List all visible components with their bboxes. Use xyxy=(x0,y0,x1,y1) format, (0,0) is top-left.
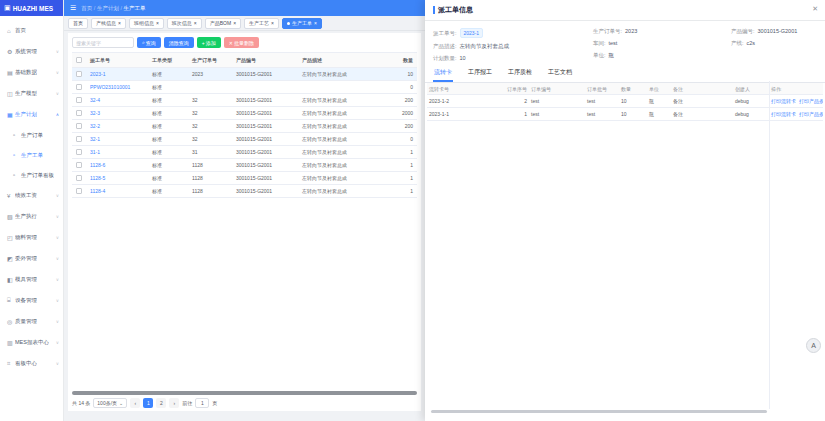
close-tab-icon[interactable]: × xyxy=(233,21,236,26)
sidebar-subitem-production-order[interactable]: ▫生产订单 xyxy=(0,125,63,145)
table-row[interactable]: 1128-5标准11283001015-G2001左转向节及衬套总成1 xyxy=(72,172,417,185)
row-checkbox[interactable] xyxy=(76,188,82,194)
print-card-link[interactable]: 打印流转卡 xyxy=(771,98,796,104)
table-row[interactable]: PPWO231010001标准0 xyxy=(72,81,417,94)
page-button-2[interactable]: 2 xyxy=(156,398,166,408)
cell: 2023 xyxy=(190,71,234,77)
menu-toggle-icon[interactable]: ☰ xyxy=(70,4,76,12)
field-label: 车间: xyxy=(593,40,606,46)
sidebar-item-outsourcing-mgmt[interactable]: ◩委外管理∨ xyxy=(0,248,63,269)
table-row[interactable]: 2023-1标准20233001015-G2001左转向节及衬套总成10 xyxy=(72,68,417,81)
clear-query-button[interactable]: 清除查询 xyxy=(164,37,194,48)
row-checkbox[interactable] xyxy=(76,71,82,77)
tab-5[interactable]: 生产工艺× xyxy=(244,18,279,29)
search-input[interactable] xyxy=(72,37,134,48)
batch-delete-button[interactable]: ✕ 批量删除 xyxy=(224,37,259,48)
close-tab-icon[interactable]: × xyxy=(194,21,197,26)
print-barcode-link[interactable]: 打印产品条码 xyxy=(799,98,823,104)
print-barcode-link[interactable]: 打印产品条码 xyxy=(799,111,823,117)
row-checkbox[interactable] xyxy=(76,149,82,155)
cell: 3001015-G2001 xyxy=(234,71,300,77)
drawer-tab-2[interactable]: 工序质检 xyxy=(507,65,533,82)
floating-action-button[interactable]: A xyxy=(806,338,821,353)
dispatch-no-link[interactable]: 1128-5 xyxy=(88,175,150,181)
sidebar-subitem-production-workorder[interactable]: ▫生产工单 xyxy=(0,145,63,165)
drawer-table-row[interactable]: 2023-1-22testtest10瓶备注debug打印流转卡打印产品条码 xyxy=(427,95,823,108)
sidebar-item-mes-report-center[interactable]: ▥MES报表中心∨ xyxy=(0,332,63,353)
table-row[interactable]: 32-3标准323001015-G2001左转向节及衬套总成2000 xyxy=(72,107,417,120)
cell: 3001015-G2001 xyxy=(234,110,300,116)
tab-1[interactable]: 产线信息× xyxy=(91,18,126,29)
close-tab-icon[interactable]: × xyxy=(156,21,159,26)
select-all-checkbox[interactable] xyxy=(76,57,82,63)
tab-6[interactable]: 生产工单× xyxy=(282,18,322,29)
dispatch-no-link[interactable]: 32-3 xyxy=(88,110,150,116)
column-header: 派工单号 xyxy=(88,57,150,63)
drawer-tab-0[interactable]: 流转卡 xyxy=(433,65,453,82)
drawer-horizontal-scrollbar[interactable] xyxy=(431,410,767,413)
row-checkbox[interactable] xyxy=(76,84,82,90)
sidebar-item-quality-mgmt[interactable]: ◎质量管理∨ xyxy=(0,311,63,332)
close-tab-icon[interactable]: × xyxy=(118,21,121,26)
dispatch-no-link[interactable]: 1128-4 xyxy=(88,188,150,194)
row-checkbox[interactable] xyxy=(76,136,82,142)
table-row[interactable]: 32-1标准323001015-G2001左转向节及衬套总成0 xyxy=(72,133,417,146)
table-row[interactable]: 1128-6标准11283001015-G2001左转向节及衬套总成1 xyxy=(72,159,417,172)
table-row[interactable]: 31-1标准313001015-G2001左转向节及衬套总成1 xyxy=(72,146,417,159)
close-tab-icon[interactable]: × xyxy=(271,21,274,26)
tab-2[interactable]: 班组信息× xyxy=(129,18,164,29)
sidebar-item-label: 绩效工资 xyxy=(15,192,37,199)
dispatch-no-link[interactable]: PPWO231010001 xyxy=(88,84,150,90)
field-label: 生产订单号: xyxy=(593,28,622,34)
close-icon[interactable]: ✕ xyxy=(812,5,818,13)
goto-page-input[interactable] xyxy=(195,398,209,408)
page-size-select[interactable]: 100条/页 ⌄ xyxy=(93,398,127,408)
drawer-tab-3[interactable]: 工艺文档 xyxy=(547,65,573,82)
query-button[interactable]: ⌕ 查询 xyxy=(137,37,161,48)
dispatch-no-link[interactable]: 32-1 xyxy=(88,136,150,142)
field-label: 单位: xyxy=(593,52,606,58)
tab-label: 班组信息 xyxy=(134,20,154,26)
sidebar-item-board-center[interactable]: ⌗看板中心∨ xyxy=(0,353,63,374)
table-row[interactable]: 32-4标准323001015-G2001左转向节及衬套总成200 xyxy=(72,94,417,107)
tab-4[interactable]: 产品BOM× xyxy=(205,18,241,29)
sidebar-item-material-mgmt[interactable]: ◰物料管理∨ xyxy=(0,227,63,248)
row-checkbox[interactable] xyxy=(76,97,82,103)
dispatch-no-link[interactable]: 31-1 xyxy=(88,149,150,155)
table-row[interactable]: 32-2标准323001015-G2001左转向节及衬套总成200 xyxy=(72,120,417,133)
sidebar-item-mold-mgmt[interactable]: ◧模具管理∨ xyxy=(0,269,63,290)
tab-3[interactable]: 班次信息× xyxy=(167,18,202,29)
sidebar-item-production-model[interactable]: ◫生产模型∨ xyxy=(0,83,63,104)
drawer-column-header: 创建人 xyxy=(733,86,769,92)
chevron-down-icon: ∨ xyxy=(56,235,59,240)
total-count: 共 14 条 xyxy=(72,400,90,406)
next-page-button[interactable]: › xyxy=(169,398,179,408)
prev-page-button[interactable]: ‹ xyxy=(130,398,140,408)
row-checkbox[interactable] xyxy=(76,110,82,116)
dispatch-no-link[interactable]: 32-2 xyxy=(88,123,150,129)
row-checkbox[interactable] xyxy=(76,162,82,168)
drawer-table-row[interactable]: 2023-1-11testtest10瓶备注debug打印流转卡打印产品条码 xyxy=(427,108,823,121)
page-button-1[interactable]: 1 xyxy=(143,398,153,408)
sidebar-item-perf-wages[interactable]: ¥绩效工资∨ xyxy=(0,185,63,206)
sidebar-item-equipment-mgmt[interactable]: ⌸设备管理∨ xyxy=(0,290,63,311)
sidebar-item-base-data[interactable]: ▤基础数据∨ xyxy=(0,62,63,83)
sidebar-item-production-plan[interactable]: ▦生产计划∧ xyxy=(0,104,63,125)
drawer-tab-1[interactable]: 工序报工 xyxy=(467,65,493,82)
add-button[interactable]: + 添加 xyxy=(197,37,221,48)
dispatch-no-link[interactable]: 1128-6 xyxy=(88,162,150,168)
table-row[interactable]: 1128-4标准11283001015-G2001左转向节及衬套总成1 xyxy=(72,185,417,198)
sidebar-item-system-mgmt[interactable]: ⚙系统管理∨ xyxy=(0,41,63,62)
dispatch-no-link[interactable]: 32-4 xyxy=(88,97,150,103)
print-card-link[interactable]: 打印流转卡 xyxy=(771,111,796,117)
sidebar-item-home[interactable]: ⌂首页 xyxy=(0,20,63,41)
row-checkbox[interactable] xyxy=(76,175,82,181)
sidebar-item-production-exec[interactable]: ▧生产执行∨ xyxy=(0,206,63,227)
dispatch-no-link[interactable]: 2023-1 xyxy=(88,71,150,77)
card-no-cell: 2023-1-2 xyxy=(427,98,495,104)
row-checkbox[interactable] xyxy=(76,123,82,129)
close-tab-icon[interactable]: × xyxy=(314,21,317,26)
tab-0[interactable]: 首页 xyxy=(68,18,88,29)
horizontal-scrollbar[interactable] xyxy=(72,391,417,395)
sidebar-subitem-order-board[interactable]: ▫生产订单看板 xyxy=(0,165,63,185)
